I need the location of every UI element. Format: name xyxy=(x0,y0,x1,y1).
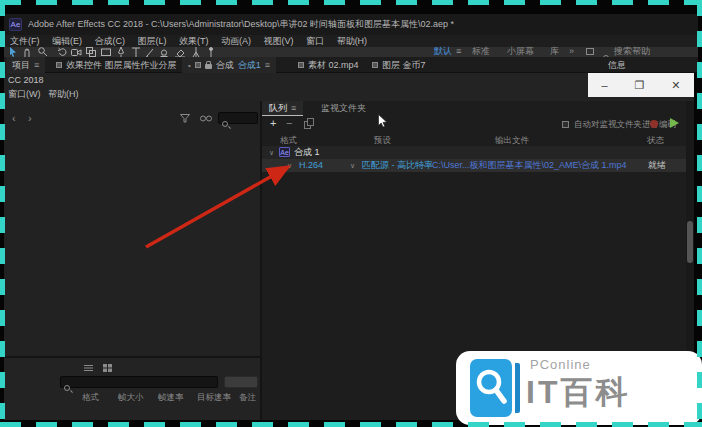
menu-edit[interactable]: 编辑(E) xyxy=(52,36,82,46)
tab-watch-folders[interactable]: 监视文件夹 xyxy=(314,101,373,116)
search-help-label[interactable]: 搜索帮助 xyxy=(614,46,650,57)
workspace-default[interactable]: 默认 xyxy=(434,46,452,57)
menu-layer[interactable]: 图层(L) xyxy=(138,36,167,46)
tab-info-label: 信息 xyxy=(608,59,626,72)
tab-overflow[interactable]: » xyxy=(164,57,181,73)
tab-effect-controls[interactable]: 效果控件 图层属性作业分层 xyxy=(50,57,183,73)
tab-info[interactable]: 信息 xyxy=(602,57,632,73)
output-file-link[interactable]: C:\User...板和图层基本属性\02_AME\合成 1.mp4 xyxy=(432,160,627,171)
preset-dropdown[interactable]: 匹配源 - 高比特率 xyxy=(362,160,433,171)
preset-search-input[interactable] xyxy=(60,376,218,388)
selection-border-top xyxy=(0,0,702,5)
tab-composition[interactable]: • 合成 合成1 ≡ xyxy=(182,57,276,73)
grid-view-icon[interactable] xyxy=(103,364,112,372)
workspace-library[interactable]: 库 xyxy=(550,46,559,57)
back-icon[interactable]: ‹ xyxy=(12,113,16,124)
list-view-icon[interactable] xyxy=(84,364,93,372)
start-queue-button[interactable] xyxy=(670,118,679,128)
hand-tool-icon xyxy=(25,49,29,57)
auto-encode-checkbox[interactable] xyxy=(562,121,569,128)
camera-tool-icon xyxy=(72,50,82,56)
workspace-menu-icon[interactable]: ≡ xyxy=(456,46,461,57)
ae-toolbar: 默认 ≡ 标准 小屏幕 库 » 搜索帮助 xyxy=(4,47,698,57)
ae-window-title: Adobe After Effects CC 2018 - C:\Users\A… xyxy=(28,19,454,30)
menu-file[interactable]: 文件(F) xyxy=(10,36,40,46)
preset-col-format[interactable]: 格式 xyxy=(82,392,99,403)
tab-composition-label: 合成 xyxy=(216,59,234,72)
preset-action-button[interactable] xyxy=(224,376,258,388)
panel-icon xyxy=(298,62,304,68)
panel-menu-icon[interactable]: ≡ xyxy=(265,60,270,70)
shape-tool-icon xyxy=(102,49,111,56)
panel-menu-icon[interactable]: ≡ xyxy=(34,60,39,70)
menu-help[interactable]: 帮助(H) xyxy=(337,36,368,46)
forward-icon[interactable]: › xyxy=(28,113,32,124)
menu-view[interactable]: 视图(V) xyxy=(264,36,294,46)
puppet-pin-tool-icon xyxy=(210,48,213,58)
chevron-down-icon[interactable]: ∨ xyxy=(350,162,355,170)
tab-layer[interactable]: 图层 金币7 xyxy=(366,57,432,73)
preset-col-target-rate[interactable]: 目标速率 xyxy=(197,392,231,403)
queue-group-row[interactable]: ∨ Ae 合成 1 xyxy=(262,146,686,159)
col-preset[interactable]: 预设 xyxy=(374,135,391,146)
selection-border-bottom xyxy=(0,422,702,427)
add-source-button[interactable]: + xyxy=(270,118,276,129)
roto-brush-tool-icon xyxy=(193,47,199,57)
menu-animation[interactable]: 动画(A) xyxy=(221,36,251,46)
maximize-button[interactable]: ❐ xyxy=(635,79,645,92)
menu-window[interactable]: 窗口 xyxy=(306,36,324,46)
tab-queue-label: 队列 xyxy=(269,102,287,115)
col-output-file[interactable]: 输出文件 xyxy=(495,135,529,146)
type-tool-icon xyxy=(132,48,140,57)
tab-overflow-icon: » xyxy=(170,60,175,70)
filter-funnel-icon[interactable] xyxy=(180,114,190,123)
ae-tools-toolbar[interactable] xyxy=(8,47,224,57)
minimize-button[interactable]: – xyxy=(601,79,607,91)
tab-project-label: 项目 xyxy=(12,59,30,72)
search-icon xyxy=(222,121,228,127)
selection-border-left xyxy=(0,0,5,427)
spectacles-icon[interactable] xyxy=(200,115,212,122)
preset-col-comment[interactable]: 备注 xyxy=(239,392,256,403)
pen-tool-icon xyxy=(119,47,124,57)
ae-titlebar: Ae Adobe After Effects CC 2018 - C:\User… xyxy=(4,14,698,35)
panel-menu-icon[interactable]: ≡ xyxy=(291,103,296,113)
close-button[interactable]: ✕ xyxy=(671,79,680,92)
preset-browser-panel: 格式 帧大小 帧速率 目标速率 备注 xyxy=(4,356,260,420)
red-annotation-arrow xyxy=(128,152,308,262)
queue-output-row[interactable]: ∨ H.264 ∨ 匹配源 - 高比特率 C:\User...板和图层基本属性\… xyxy=(262,159,686,172)
menu-composition[interactable]: 合成(C) xyxy=(95,36,126,46)
menu-effect[interactable]: 效果(T) xyxy=(179,36,209,46)
snap-box-icon[interactable] xyxy=(586,48,594,55)
me-window-title: CC 2018 xyxy=(8,75,44,86)
preset-col-frame-size[interactable]: 帧大小 xyxy=(118,392,144,403)
status-value: 就绪 xyxy=(648,160,666,171)
me-menu-help[interactable]: 帮助(H) xyxy=(48,89,79,99)
workspace-small-screen[interactable]: 小屏幕 xyxy=(507,46,534,57)
preset-col-frame-rate[interactable]: 帧速率 xyxy=(158,392,184,403)
col-format[interactable]: 格式 xyxy=(280,135,297,146)
me-menu-window[interactable]: 窗口(W) xyxy=(8,89,41,99)
tab-queue[interactable]: 队列 ≡ xyxy=(262,101,303,116)
tab-footage[interactable]: 素材 02.mp4 xyxy=(292,57,365,73)
stop-queue-icon[interactable] xyxy=(650,120,658,128)
watermark-brand: PConline xyxy=(530,357,591,372)
watermark-logo-icon xyxy=(470,359,520,417)
remove-source-button[interactable]: − xyxy=(286,118,292,129)
dot-icon: • xyxy=(188,61,191,70)
panel-icon xyxy=(56,62,62,68)
media-search-input[interactable] xyxy=(218,112,258,124)
workspace-standard[interactable]: 标准 xyxy=(472,46,490,57)
col-status[interactable]: 状态 xyxy=(647,135,664,146)
ae-panel-tabstrip: 项目 ≡ 效果控件 图层属性作业分层 » • 合成 合成1 ≡ 素材 02.mp… xyxy=(4,57,698,73)
tab-watch-folders-label: 监视文件夹 xyxy=(321,102,366,115)
auto-encode-label: 自动对监视文件夹进行编码 xyxy=(574,119,676,130)
zoom-tool-icon xyxy=(39,48,47,56)
workspace-overflow-icon[interactable]: » xyxy=(569,46,574,57)
tab-project[interactable]: 项目 ≡ xyxy=(6,57,45,73)
watermark-title: IT百科 xyxy=(526,371,630,415)
tab-composition-name: 合成1 xyxy=(238,59,261,72)
lock-icon xyxy=(205,64,212,69)
panel-icon xyxy=(372,62,378,68)
scrollbar-thumb[interactable] xyxy=(687,221,693,263)
